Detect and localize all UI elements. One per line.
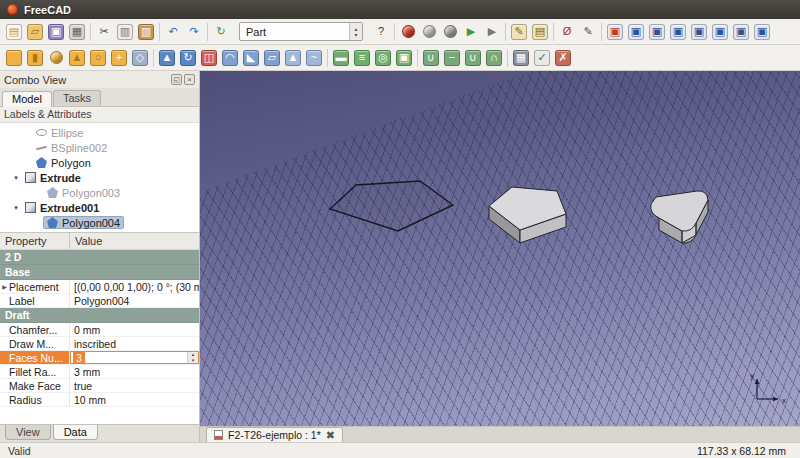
property-group-draft[interactable]: Draft <box>0 308 199 323</box>
property-group-2-d[interactable]: 2 D <box>0 250 199 265</box>
part-box-button[interactable] <box>4 47 24 69</box>
defeaturing-button[interactable]: ✗ <box>553 47 573 69</box>
view-isometric-button[interactable]: ▣ <box>626 21 646 43</box>
save-button[interactable]: ▣ <box>46 21 66 43</box>
sweep-button[interactable]: ~ <box>304 47 324 69</box>
part-torus-button[interactable]: ○ <box>88 47 108 69</box>
macro-stop-button[interactable] <box>419 21 439 43</box>
close-panel-button[interactable]: × <box>184 74 195 85</box>
expander-closed-icon[interactable]: ▶ <box>0 283 9 290</box>
tree-item-ellipse[interactable]: Ellipse <box>0 125 199 140</box>
view-left-button[interactable]: ▣ <box>752 21 772 43</box>
tree-item-extrude001[interactable]: ▾Extrude001 <box>0 200 199 215</box>
mirror-button[interactable]: ◫ <box>199 47 219 69</box>
redo-button[interactable]: ↷ <box>184 21 204 43</box>
tree-item-polygon004[interactable]: Polygon004 <box>0 215 199 230</box>
appearance-sphere-button[interactable] <box>440 21 460 43</box>
view-top-button[interactable]: ▣ <box>668 21 688 43</box>
workbench-dropdown-arrows[interactable]: ▴ ▾ <box>349 23 362 40</box>
macro-run-button[interactable]: ▶ <box>461 21 481 43</box>
part-sphere-button[interactable] <box>46 47 66 69</box>
section-button[interactable]: ▬ <box>331 47 351 69</box>
view-right-button[interactable]: ▣ <box>689 21 709 43</box>
expander-open-icon[interactable]: ▾ <box>11 204 21 212</box>
value-column-header[interactable]: Value <box>70 235 199 247</box>
tree-item-polygon003[interactable]: Polygon003 <box>0 185 199 200</box>
cross-sections-button[interactable]: ≡ <box>352 47 372 69</box>
defeaturing-icon: ✗ <box>555 50 571 66</box>
draw-style-button[interactable]: ✎ <box>578 21 598 43</box>
property-row-draw-m[interactable]: Draw M...inscribed <box>0 337 199 351</box>
toolbar-separator <box>507 49 508 67</box>
property-column-header[interactable]: Property <box>0 233 70 249</box>
expander-open-icon[interactable]: ▾ <box>11 174 21 182</box>
tree-item-polygon[interactable]: Polygon <box>0 155 199 170</box>
property-row-radius[interactable]: Radius10 mm <box>0 393 199 407</box>
view-fit-all-button[interactable]: ▣ <box>605 21 625 43</box>
view-bottom-button[interactable]: ▣ <box>731 21 751 43</box>
view-rear-button[interactable]: ▣ <box>710 21 730 43</box>
tree-item-content: Extrude <box>21 171 85 184</box>
zoom-disabled-button[interactable]: Ø <box>557 21 577 43</box>
extrude-button[interactable]: ▲ <box>157 47 177 69</box>
fillet-button[interactable]: ◠ <box>220 47 240 69</box>
extruded-rounded-solid[interactable] <box>651 191 708 243</box>
workbench-selector[interactable]: Part ▴ ▾ <box>239 22 363 41</box>
print-button[interactable]: ▦ <box>67 21 87 43</box>
spin-down-icon[interactable]: ▾ <box>192 358 195 364</box>
extruded-pentagon-solid[interactable] <box>489 187 566 243</box>
tree-item-bspline002[interactable]: BSpline002 <box>0 140 199 155</box>
part-cone-button[interactable]: ▲ <box>67 47 87 69</box>
check-geometry-button[interactable]: ✓ <box>532 47 552 69</box>
property-row-faces-nu[interactable]: Faces Nu...3▴▾ <box>0 351 199 365</box>
spinbox-arrows[interactable]: ▴▾ <box>187 352 198 363</box>
boolean-union-button[interactable]: ∪ <box>463 47 483 69</box>
ruled-surface-button[interactable]: ▱ <box>262 47 282 69</box>
property-row-label[interactable]: LabelPolygon004 <box>0 294 199 308</box>
thickness-button[interactable]: ▣ <box>394 47 414 69</box>
part-cylinder-button[interactable]: ▮ <box>25 47 45 69</box>
3d-viewport[interactable]: x y <box>200 71 800 426</box>
macro-debug-button[interactable]: ▶ <box>482 21 502 43</box>
refresh-button[interactable]: ↻ <box>211 21 231 43</box>
chamfer-button[interactable]: ◣ <box>241 47 261 69</box>
new-document-button[interactable]: ▤ <box>4 21 24 43</box>
boolean-button[interactable]: ∪ <box>421 47 441 69</box>
macro-run-icon: ▶ <box>463 24 479 40</box>
tab-tasks[interactable]: Tasks <box>53 90 101 106</box>
float-panel-button[interactable]: ◱ <box>171 74 182 85</box>
compound-button[interactable]: ▦ <box>511 47 531 69</box>
open-folder-button[interactable]: ▱ <box>25 21 45 43</box>
tab-view[interactable]: View <box>5 425 51 440</box>
offset-button[interactable]: ◎ <box>373 47 393 69</box>
spinbox-value[interactable]: 3 <box>73 352 85 364</box>
view-front-button[interactable]: ▣ <box>647 21 667 43</box>
macro-edit-button[interactable]: ✎ <box>509 21 529 43</box>
undo-button[interactable]: ↶ <box>163 21 183 43</box>
macro-record-button[interactable] <box>398 21 418 43</box>
boolean-intersection-button[interactable]: ∩ <box>484 47 504 69</box>
tab-data[interactable]: Data <box>53 425 98 440</box>
part-primitives-button[interactable]: + <box>109 47 129 69</box>
tab-model[interactable]: Model <box>2 91 52 107</box>
macro-dialog-button[interactable]: ▤ <box>530 21 550 43</box>
property-row-placement[interactable]: ▶Placement[(0,00 0,00 1,00); 0 °; (30 m.… <box>0 280 199 294</box>
property-row-fillet-ra[interactable]: Fillet Ra...3 mm <box>0 365 199 379</box>
shape-builder-button[interactable]: ◇ <box>130 47 150 69</box>
document-tab[interactable]: F2-T26-ejemplo : 1* ✖ <box>206 427 343 442</box>
copy-button[interactable]: ▥ <box>115 21 135 43</box>
whats-this-button[interactable]: ? <box>371 21 391 43</box>
revolve-button[interactable]: ↻ <box>178 47 198 69</box>
property-group-base[interactable]: Base <box>0 265 199 280</box>
boolean-cut-button[interactable]: − <box>442 47 462 69</box>
pentagon-wireframe[interactable] <box>330 181 453 231</box>
cut-button[interactable]: ✂ <box>94 21 114 43</box>
tree-item-extrude[interactable]: ▾Extrude <box>0 170 199 185</box>
paste-button[interactable]: ▥ <box>136 21 156 43</box>
tree-item-content: Extrude001 <box>21 201 103 214</box>
property-row-chamfer[interactable]: Chamfer...0 mm <box>0 323 199 337</box>
property-row-make-face[interactable]: Make Facetrue <box>0 379 199 393</box>
document-close-icon[interactable]: ✖ <box>326 430 335 441</box>
property-value-cell: 3▴▾ <box>70 351 199 364</box>
loft-button[interactable]: ▲ <box>283 47 303 69</box>
